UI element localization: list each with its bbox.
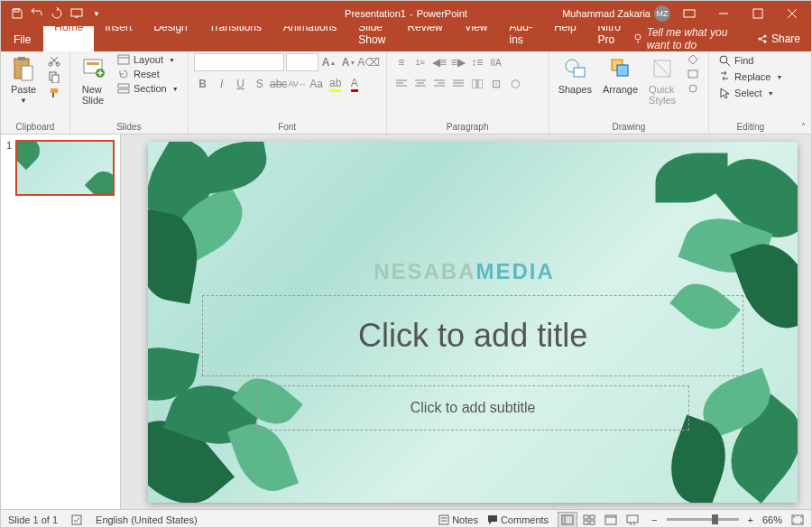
svg-rect-55 (439, 515, 448, 524)
case-button[interactable]: Aa (308, 75, 326, 93)
slideshow-view-button[interactable] (623, 512, 642, 528)
ribbon-display-icon[interactable] (674, 1, 705, 26)
align-right-button[interactable] (430, 75, 448, 93)
format-painter-button[interactable] (44, 86, 64, 100)
decrease-indent-button[interactable]: ◀≡ (430, 53, 448, 71)
svg-rect-63 (590, 521, 595, 524)
share-button[interactable]: Share (757, 32, 800, 45)
window-title: Presentation1 - PowerPoint (345, 8, 467, 19)
underline-button[interactable]: U (232, 75, 250, 93)
svg-rect-0 (14, 9, 19, 12)
zoom-in-button[interactable]: + (748, 514, 753, 525)
sorter-view-button[interactable] (579, 512, 599, 528)
svg-rect-27 (118, 55, 129, 64)
collapse-ribbon-icon[interactable]: ˄ (801, 122, 806, 132)
slideshow-icon[interactable] (68, 5, 86, 23)
undo-icon[interactable] (28, 5, 46, 23)
svg-rect-30 (118, 89, 129, 93)
qat-dropdown-icon[interactable]: ▼ (88, 5, 106, 23)
zoom-level[interactable]: 66% (762, 514, 782, 525)
arrange-button[interactable]: Arrange (599, 53, 641, 120)
zoom-slider[interactable] (667, 518, 739, 521)
increase-indent-button[interactable]: ≡▶ (449, 53, 467, 71)
svg-point-52 (720, 56, 727, 63)
title-placeholder[interactable]: Click to add title (202, 295, 743, 376)
svg-rect-23 (87, 62, 99, 65)
group-drawing: Shapes Arrange Quick Styles Drawing (549, 51, 709, 134)
smartart-button[interactable]: ⬡ (506, 75, 524, 93)
slide-counter[interactable]: Slide 1 of 1 (8, 514, 58, 525)
shadow-button[interactable]: S (251, 75, 269, 93)
line-spacing-button[interactable]: ↕≡ (468, 53, 486, 71)
font-size-combo[interactable] (286, 53, 318, 71)
app-name: PowerPoint (417, 8, 467, 19)
maximize-icon[interactable] (743, 1, 773, 26)
svg-line-12 (760, 36, 765, 39)
section-button[interactable]: Section▼ (114, 82, 182, 95)
align-left-button[interactable] (392, 75, 411, 93)
bold-button[interactable]: B (194, 75, 212, 93)
paste-button[interactable]: Paste ▼ (6, 53, 41, 120)
clear-format-icon[interactable]: A⌫ (360, 53, 378, 71)
svg-rect-44 (478, 79, 483, 88)
document-name: Presentation1 (345, 8, 406, 19)
title-bar: ▼ Presentation1 - PowerPoint Muhammad Za… (1, 1, 811, 26)
select-button[interactable]: Select▼ (715, 86, 786, 100)
redo-icon[interactable] (48, 5, 66, 23)
comments-button[interactable]: Comments (487, 514, 549, 525)
columns-button[interactable] (468, 75, 486, 93)
numbering-button[interactable]: 1≡ (411, 53, 429, 71)
svg-rect-54 (72, 515, 81, 524)
slide-canvas-area[interactable]: NESABAMEDIA Click to add title Click to … (121, 134, 812, 509)
user-name[interactable]: Muhammad Zakaria (562, 8, 651, 19)
font-color-button[interactable]: A (346, 75, 364, 93)
svg-rect-62 (584, 521, 588, 524)
notes-button[interactable]: Notes (438, 514, 478, 525)
group-editing: Find Replace▼ Select▼ Editing (709, 51, 791, 134)
quick-styles-icon (649, 55, 676, 82)
save-icon[interactable] (8, 5, 26, 23)
svg-rect-60 (584, 515, 588, 519)
shape-outline-button[interactable] (683, 68, 703, 80)
fit-to-window-button[interactable] (791, 514, 804, 525)
normal-view-button[interactable] (558, 512, 577, 528)
close-icon[interactable] (777, 1, 807, 26)
decrease-font-icon[interactable]: A▼ (340, 53, 358, 71)
font-family-combo[interactable] (194, 53, 284, 71)
outline-icon (687, 69, 699, 79)
spacing-button[interactable]: AV↔ (289, 75, 307, 93)
zoom-out-button[interactable]: − (651, 514, 657, 525)
italic-button[interactable]: I (213, 75, 231, 93)
minimize-icon[interactable] (708, 1, 739, 26)
replace-button[interactable]: Replace▼ (715, 69, 786, 84)
find-button[interactable]: Find (715, 53, 786, 68)
align-center-button[interactable] (411, 75, 429, 93)
quick-styles-button[interactable]: Quick Styles (645, 53, 679, 120)
tab-file[interactable]: File (1, 28, 43, 51)
slide-thumbnail[interactable] (15, 140, 115, 196)
reset-button[interactable]: Reset (114, 68, 182, 80)
shapes-button[interactable]: Shapes (555, 53, 595, 120)
increase-font-icon[interactable]: A▲ (320, 53, 338, 71)
group-clipboard: Paste ▼ Clipboard (1, 51, 70, 134)
spellcheck-icon[interactable] (70, 514, 83, 526)
shape-effects-button[interactable] (683, 82, 703, 95)
justify-button[interactable] (449, 75, 467, 93)
reading-view-button[interactable] (601, 512, 621, 528)
cut-button[interactable] (44, 53, 64, 68)
status-bar: Slide 1 of 1 English (United States) Not… (1, 509, 811, 528)
strike-button[interactable]: abc (270, 75, 288, 93)
group-paragraph: ≡ 1≡ ◀≡ ≡▶ ↕≡ IIA ⊡ ⬡ Paragraph (387, 51, 549, 134)
shape-fill-button[interactable] (683, 53, 703, 66)
highlight-button[interactable]: ab (327, 75, 345, 93)
bullets-button[interactable]: ≡ (392, 53, 411, 71)
subtitle-placeholder[interactable]: Click to add subtitle (256, 385, 689, 431)
copy-button[interactable] (44, 69, 64, 84)
text-direction-button[interactable]: IIA (487, 53, 505, 71)
user-avatar[interactable]: MZ (654, 5, 670, 22)
new-slide-button[interactable]: New Slide (76, 53, 110, 120)
tell-me-search[interactable]: Tell me what you want to do (632, 26, 750, 51)
layout-button[interactable]: Layout▼ (114, 53, 182, 66)
align-text-button[interactable]: ⊡ (487, 75, 505, 93)
language-status[interactable]: English (United States) (96, 514, 198, 525)
